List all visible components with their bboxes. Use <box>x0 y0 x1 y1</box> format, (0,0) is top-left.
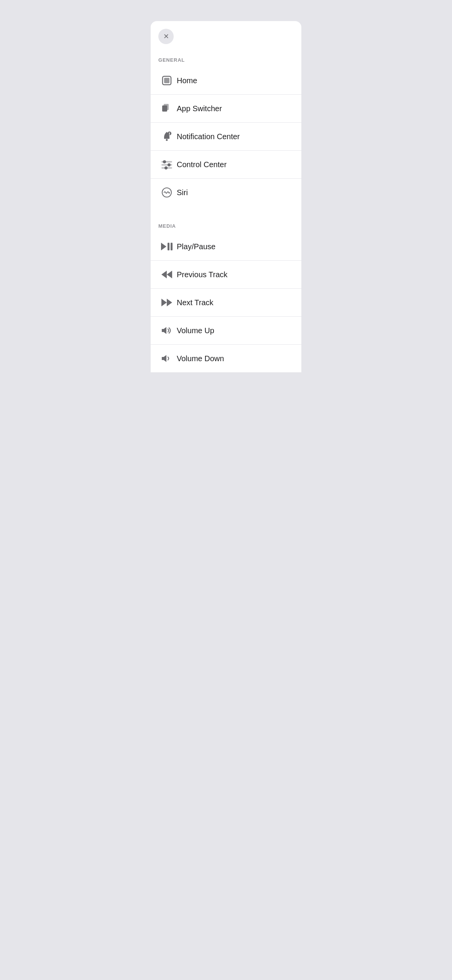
general-section-header: GENERAL <box>151 48 301 67</box>
menu-item-play-pause[interactable]: Play/Pause <box>151 233 301 261</box>
notification-center-label: Notification Center <box>177 132 240 141</box>
svg-point-9 <box>163 160 166 163</box>
notification-icon <box>158 128 175 145</box>
section-divider <box>151 206 301 214</box>
svg-point-11 <box>168 163 171 166</box>
menu-item-home[interactable]: Home <box>151 67 301 95</box>
home-icon <box>158 72 175 89</box>
next-track-icon <box>158 294 175 311</box>
menu-item-control-center[interactable]: Control Center <box>151 151 301 179</box>
media-section-header: MEDIA <box>151 214 301 233</box>
svg-rect-16 <box>168 243 169 250</box>
play-pause-label: Play/Pause <box>177 242 215 251</box>
close-area: ✕ <box>151 21 301 48</box>
control-center-icon <box>158 156 175 173</box>
home-label: Home <box>177 76 197 85</box>
siri-icon <box>158 184 175 201</box>
svg-point-4 <box>166 139 168 141</box>
svg-marker-22 <box>162 327 166 334</box>
menu-item-volume-down[interactable]: Volume Down <box>151 345 301 372</box>
svg-marker-18 <box>161 271 167 278</box>
general-menu-list: Home App Switcher <box>151 67 301 206</box>
app-switcher-icon <box>158 100 175 117</box>
volume-up-icon <box>158 322 175 339</box>
volume-down-icon <box>158 350 175 367</box>
previous-track-label: Previous Track <box>177 270 227 279</box>
svg-marker-19 <box>167 271 172 278</box>
play-pause-icon <box>158 238 175 255</box>
close-icon: ✕ <box>163 32 169 41</box>
media-menu-list: Play/Pause Previous Track Next Track <box>151 233 301 372</box>
svg-marker-15 <box>161 243 166 250</box>
volume-up-label: Volume Up <box>177 326 214 335</box>
svg-point-13 <box>164 166 168 169</box>
previous-track-icon <box>158 266 175 283</box>
close-button[interactable]: ✕ <box>158 29 174 44</box>
svg-marker-20 <box>161 299 167 306</box>
svg-rect-17 <box>171 243 173 250</box>
siri-label: Siri <box>177 188 188 197</box>
menu-item-previous-track[interactable]: Previous Track <box>151 261 301 289</box>
svg-rect-3 <box>164 104 169 110</box>
next-track-label: Next Track <box>177 298 214 307</box>
svg-marker-23 <box>162 355 166 362</box>
svg-rect-1 <box>164 78 169 83</box>
menu-item-volume-up[interactable]: Volume Up <box>151 317 301 345</box>
menu-item-notification-center[interactable]: Notification Center <box>151 123 301 151</box>
modal-sheet: ✕ GENERAL Home App Switcher <box>151 21 301 372</box>
menu-item-app-switcher[interactable]: App Switcher <box>151 95 301 123</box>
control-center-label: Control Center <box>177 160 227 169</box>
svg-point-7 <box>169 134 170 135</box>
menu-item-next-track[interactable]: Next Track <box>151 289 301 317</box>
menu-item-siri[interactable]: Siri <box>151 179 301 206</box>
app-switcher-label: App Switcher <box>177 104 222 113</box>
svg-rect-6 <box>169 133 170 134</box>
svg-marker-21 <box>167 299 172 306</box>
volume-down-label: Volume Down <box>177 354 224 363</box>
